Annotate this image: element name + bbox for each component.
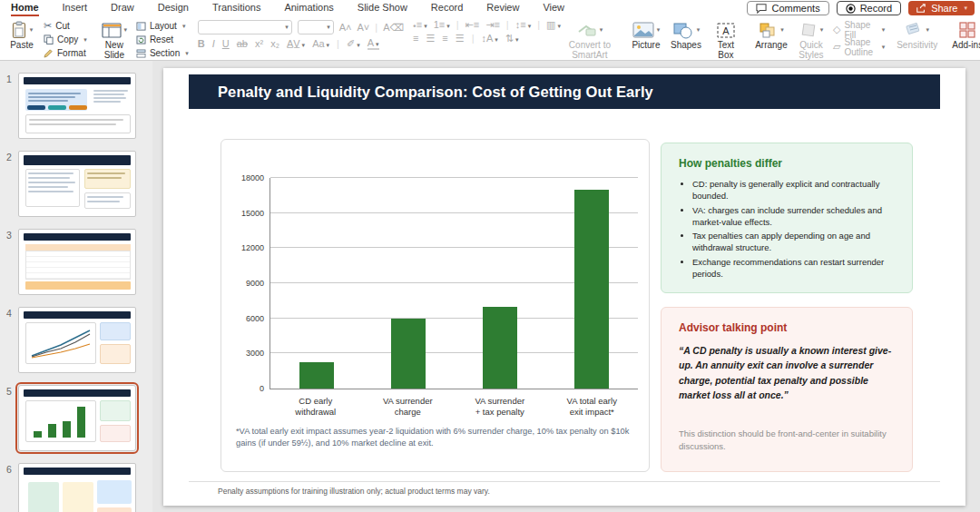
share-button[interactable]: Share ▾ (908, 1, 975, 15)
font-size-select[interactable]: ▾ (298, 20, 334, 34)
format-painter-button[interactable]: Format (44, 47, 87, 59)
format-label: Format (57, 48, 86, 58)
align-text-button[interactable]: ⇅▾ (505, 34, 519, 44)
copy-button[interactable]: Copy ▾ (44, 34, 87, 45)
align-center-button[interactable]: ☰ (426, 34, 435, 44)
slide-thumbnail-6[interactable] (18, 463, 136, 512)
ribbon-tab-review[interactable]: Review (486, 1, 519, 15)
ribbon-tab-view[interactable]: View (543, 1, 564, 15)
slide-thumbnail-4[interactable] (18, 307, 136, 373)
text-highlight-button[interactable]: ✐▾ (347, 39, 360, 49)
convert-smartart-button[interactable]: ▾ Convert to SmartArt (561, 19, 619, 61)
how-penalties-differ-panel[interactable]: How penalties differ CD: penalty is gene… (661, 143, 913, 293)
picture-icon (632, 22, 654, 38)
shapes-button[interactable]: ▾ Shapes (668, 19, 704, 51)
ribbon-tab-insert[interactable]: Insert (63, 1, 88, 15)
section-button[interactable]: Section ▾ (136, 47, 189, 59)
reset-icon (136, 35, 146, 44)
sensitivity-button[interactable]: ▾ Sensitivity (894, 19, 940, 51)
chevron-down-icon: ▾ (182, 23, 186, 30)
quick-styles-button[interactable]: ▾ Quick Styles (793, 19, 829, 61)
bar-chart-panel[interactable]: 0300060009000120001500018000 CD early wi… (220, 139, 650, 472)
slide-thumbnail-1[interactable] (18, 73, 136, 139)
record-dot-icon (846, 4, 856, 14)
font-name-select[interactable]: ▾ (198, 20, 292, 34)
picture-button[interactable]: ▾ Picture (628, 19, 664, 51)
slide-thumbnail-2[interactable] (18, 151, 136, 217)
slide-title-bar[interactable]: Penalty and Liquidity Comparison: Cost o… (189, 74, 940, 109)
underline-button[interactable]: U (222, 39, 230, 49)
cut-button[interactable]: ✂ Cut (44, 20, 87, 32)
advisor-panel-title: Advisor talking point (679, 321, 895, 334)
ribbon-tab-design[interactable]: Design (158, 1, 189, 15)
y-axis-tick-label: 18000 (228, 173, 264, 182)
paste-button[interactable]: ▾ Paste (4, 19, 40, 51)
numbering-button[interactable]: 1≡▾ (434, 20, 450, 30)
shape-outline-button[interactable]: ▱ Shape Outline ▾ (833, 41, 885, 53)
bar-chart-category-axis: CD early withdrawalVA surrender chargeVA… (270, 396, 638, 418)
bold-button[interactable]: B (198, 39, 205, 49)
bar-2[interactable] (391, 319, 426, 389)
shape-outline-label: Shape Outline (844, 37, 876, 57)
subscript-button[interactable]: x₂ (270, 39, 279, 49)
bar-series (270, 178, 638, 389)
slide-footer-text: Penalty assumptions for training illustr… (218, 487, 490, 496)
grow-font-button[interactable]: A˄ (339, 23, 352, 33)
comments-button[interactable]: Comments (747, 1, 828, 15)
ribbon-tab-slide-show[interactable]: Slide Show (358, 1, 407, 15)
ribbon-tab-record[interactable]: Record (431, 1, 463, 15)
slides-group: ▾ New Slide Layout ▾ Reset Section ▾ (96, 17, 189, 58)
ribbon-tab-bar: HomeInsertDrawDesignTransitionsAnimation… (0, 0, 980, 15)
record-button[interactable]: Record (837, 1, 901, 15)
layout-button[interactable]: Layout ▾ (136, 20, 189, 32)
ribbon-tab-draw[interactable]: Draw (111, 1, 134, 15)
slide-number: 6 (0, 463, 18, 475)
bar-4[interactable] (574, 190, 609, 389)
paint-bucket-icon: ◇ (833, 25, 840, 34)
pencil-outline-icon: ▱ (833, 42, 840, 52)
slide-thumbnail-3[interactable] (18, 229, 136, 295)
line-spacing-button[interactable]: ↕≡▾ (515, 20, 531, 30)
shrink-font-button[interactable]: A˅ (358, 23, 370, 33)
increase-indent-button[interactable]: ⇥≡ (485, 20, 500, 30)
slide-number: 2 (0, 151, 18, 162)
text-box-button[interactable]: A Text Box (708, 19, 744, 61)
chevron-down-icon: ▾ (882, 26, 886, 34)
chevron-down-icon: ▾ (882, 44, 886, 51)
arrange-button[interactable]: ▾ Arrange (753, 19, 789, 51)
shape-fill-button[interactable]: ◇ Shape Fill ▾ (833, 24, 885, 35)
layout-label: Layout (150, 21, 177, 31)
bullets-button[interactable]: 🞄≡▾ (413, 20, 427, 30)
slide-5[interactable]: Penalty and Liquidity Comparison: Cost o… (163, 68, 965, 506)
bar-3[interactable] (483, 307, 517, 389)
justify-button[interactable]: ☰ (456, 34, 465, 44)
columns-button[interactable]: ▥▾ (546, 20, 561, 30)
add-ins-button[interactable]: Add-ins (949, 19, 980, 51)
new-slide-button[interactable]: ▾ New Slide (96, 19, 132, 61)
footer-divider (189, 481, 940, 482)
x-axis-category-label: VA total early exit impact* (546, 396, 639, 418)
ribbon-tab-transitions[interactable]: Transitions (212, 1, 260, 15)
superscript-button[interactable]: x² (255, 39, 263, 49)
arrange-group: ▾ Arrange ▾ Quick Styles ◇ Shape Fill ▾ … (753, 17, 885, 58)
clear-formatting-button[interactable]: A⌫ (383, 23, 404, 33)
decrease-indent-button[interactable]: ⇤≡ (466, 20, 480, 30)
strikethrough-button[interactable]: ab (237, 39, 248, 49)
new-slide-label: New Slide (99, 40, 130, 60)
font-color-button[interactable]: A▾ (368, 38, 379, 50)
ribbon-tab-animations[interactable]: Animations (284, 1, 333, 15)
chevron-down-icon: ▾ (697, 26, 701, 34)
slide-thumbnail-5[interactable] (18, 385, 136, 451)
text-direction-button[interactable]: ↕A▾ (482, 34, 498, 44)
align-left-button[interactable]: ≡ (413, 34, 418, 44)
reset-button[interactable]: Reset (136, 34, 189, 45)
align-right-button[interactable]: ≡ (442, 34, 447, 44)
change-case-button[interactable]: Aa▾ (312, 39, 329, 49)
text-box-label: Text Box (713, 40, 739, 60)
ribbon-tab-home[interactable]: Home (11, 1, 39, 15)
character-spacing-button[interactable]: A̲V̲▾ (287, 39, 305, 49)
clipboard-group: ▾ Paste ✂ Cut Copy ▾ Format (4, 17, 87, 58)
advisor-talking-point-panel[interactable]: Advisor talking point “A CD penalty is u… (661, 307, 913, 472)
italic-button[interactable]: I (212, 39, 215, 49)
bar-1[interactable] (299, 362, 334, 389)
